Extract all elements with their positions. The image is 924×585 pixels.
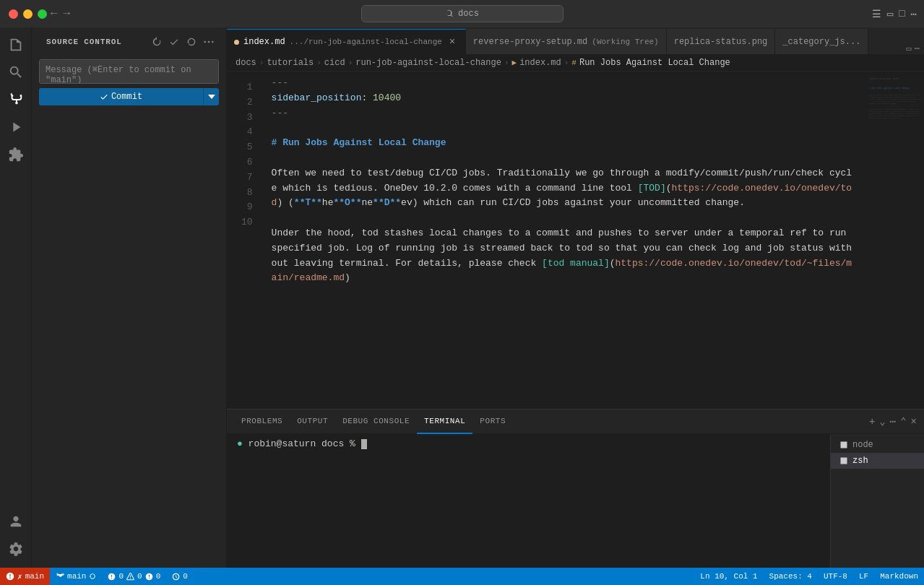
minimize-button[interactable] — [23, 9, 33, 19]
status-position[interactable]: Ln 10, Col 1 — [694, 568, 763, 585]
status-errors-item[interactable]: 0 0 0 — [102, 568, 166, 585]
terminal-item-label-node: node — [852, 440, 873, 450]
line-num-6: 6 — [227, 155, 260, 170]
breadcrumb-tutorials[interactable]: tutorials — [267, 58, 314, 68]
forward-button[interactable]: → — [64, 7, 71, 20]
status-line-ending-text: LF — [859, 572, 868, 581]
checkmark-icon[interactable] — [167, 35, 181, 49]
status-branch-label: main — [25, 572, 44, 581]
breadcrumb-docs[interactable]: docs — [236, 58, 256, 68]
modified-indicator — [234, 40, 239, 45]
code-line-4 — [272, 121, 855, 136]
status-ports-item[interactable]: 0 — [166, 568, 194, 585]
breadcrumb: docs › tutorials › cicd › run-job-agains… — [227, 54, 924, 72]
status-language[interactable]: Markdown — [874, 568, 924, 585]
tab-replica-status[interactable]: replica-status.png — [667, 29, 776, 54]
code-line-6 — [272, 151, 855, 166]
ports-icon — [172, 573, 180, 581]
explorer-icon[interactable] — [3, 32, 29, 58]
tab-close-button[interactable]: × — [446, 36, 458, 48]
settings-icon[interactable] — [3, 536, 29, 562]
panel-tab-output[interactable]: OUTPUT — [290, 410, 335, 434]
panel-chevron-icon[interactable]: ⌄ — [879, 415, 885, 428]
layout-icon[interactable]: ▭ — [887, 8, 893, 20]
split-editor-icon[interactable]: ▭ — [907, 43, 912, 54]
maximize-button[interactable] — [38, 9, 47, 19]
panel-close-icon[interactable]: × — [911, 416, 917, 428]
panel-add-icon[interactable]: + — [869, 416, 875, 428]
panel-tab-problems[interactable]: PROBLEMS — [234, 410, 290, 434]
terminal-circle-icon: ● — [237, 438, 249, 449]
commit-area: Commit — [32, 53, 226, 111]
line-num-1: 1 — [227, 80, 260, 95]
tabs-right-actions: ▭ ⋯ — [902, 43, 924, 54]
breadcrumb-run-job[interactable]: run-job-against-local-change — [355, 58, 501, 68]
commit-button[interactable]: Commit — [39, 88, 203, 105]
status-right: Ln 10, Col 1 Spaces: 4 UTF-8 LF Markdown — [694, 568, 924, 585]
run-debug-icon[interactable] — [3, 114, 29, 140]
title-search[interactable]: docs — [361, 5, 564, 22]
status-spaces[interactable]: Spaces: 4 — [764, 568, 818, 585]
account-icon[interactable] — [3, 508, 29, 534]
breadcrumb-index-md[interactable]: index.md — [519, 58, 561, 68]
terminal-item-icon-node — [839, 441, 848, 449]
breadcrumb-heading: Run Jobs Against Local Change — [579, 58, 730, 68]
breadcrumb-sep-1: › — [259, 58, 264, 67]
terminal-list: node zsh — [830, 434, 924, 568]
close-button[interactable] — [9, 9, 18, 19]
panel-tab-debug-console[interactable]: DEBUG CONSOLE — [335, 410, 417, 434]
status-encoding[interactable]: UTF-8 — [818, 568, 853, 585]
more-options-icon[interactable] — [202, 35, 216, 49]
tab-category[interactable]: _category_js... — [775, 29, 868, 54]
sync-icon[interactable] — [184, 35, 199, 49]
terminal-content[interactable]: ● robin@saturn docs % — [227, 434, 830, 568]
status-branch-item[interactable]: main — [50, 568, 102, 585]
source-control-icon[interactable] — [3, 87, 29, 113]
extensions-icon[interactable] — [3, 142, 29, 168]
code-line-2: sidebar_position: 10400 — [272, 91, 855, 106]
panel-tab-ports[interactable]: PORTS — [472, 410, 513, 434]
commit-dropdown-button[interactable] — [203, 88, 219, 105]
status-ports-count: 0 — [183, 572, 188, 581]
tab-index-md[interactable]: index.md .../run-job-against-local-chang… — [227, 29, 466, 54]
line-num-7: 7 — [227, 170, 260, 186]
editor-more-icon[interactable]: ⋯ — [915, 43, 920, 54]
terminal-prompt-line: ● robin@saturn docs % — [237, 438, 820, 449]
tab-label: _category_js... — [782, 37, 860, 47]
terminal-item-zsh[interactable]: zsh — [831, 453, 924, 469]
code-line-5: # Run Jobs Against Local Change — [272, 136, 855, 151]
terminal-cursor — [361, 439, 367, 449]
status-error-item[interactable]: ✗ main — [0, 568, 50, 585]
back-button[interactable]: ← — [51, 7, 58, 20]
split-icon[interactable]: □ — [899, 8, 904, 20]
status-left: ✗ main main 0 0 0 0 — [0, 568, 194, 585]
commit-message-input[interactable] — [39, 59, 219, 84]
breadcrumb-sep-4: › — [504, 58, 509, 67]
tab-reverse-proxy[interactable]: reverse-proxy-setup.md (Working Tree) — [466, 29, 667, 54]
code-lines[interactable]: --- sidebar_position: 10400 --- # Run Jo… — [260, 76, 866, 301]
panel: PROBLEMS OUTPUT DEBUG CONSOLE TERMINAL P… — [227, 409, 924, 568]
sidebar-toggle-icon[interactable]: ☰ — [872, 8, 881, 20]
breadcrumb-cicd[interactable]: cicd — [324, 58, 345, 68]
search-icon[interactable] — [3, 59, 29, 85]
editor-scroll[interactable]: 1 2 3 4 5 6 7 8 9 10 --- sidebar_p — [227, 72, 866, 409]
tab-path: (Working Tree) — [592, 38, 658, 46]
window-actions: ☰ ▭ □ ⋯ — [872, 8, 917, 20]
breadcrumb-heading-icon: # — [571, 58, 577, 67]
line-num-8: 8 — [227, 186, 260, 201]
line-num-10: 10 — [227, 215, 260, 230]
panel-maximize-icon[interactable]: ⌃ — [900, 415, 906, 428]
refresh-button[interactable] — [150, 35, 164, 49]
minimap: --- sidebar_position: 10400 --- # Run Jo… — [866, 72, 924, 409]
traffic-lights — [9, 9, 47, 19]
panel-tab-terminal[interactable]: TERMINAL — [417, 410, 472, 434]
line-num-5: 5 — [227, 140, 260, 155]
more-icon[interactable]: ⋯ — [911, 8, 917, 20]
status-line-ending[interactable]: LF — [853, 568, 874, 585]
minimap-content: --- sidebar_position: 10400 --- # Run Jo… — [866, 72, 924, 122]
tab-label: index.md — [243, 37, 285, 47]
terminal-item-label-zsh: zsh — [852, 456, 868, 466]
activity-bottom — [3, 508, 29, 563]
panel-more-icon[interactable]: ⋯ — [890, 415, 896, 428]
terminal-item-node[interactable]: node — [831, 437, 924, 453]
